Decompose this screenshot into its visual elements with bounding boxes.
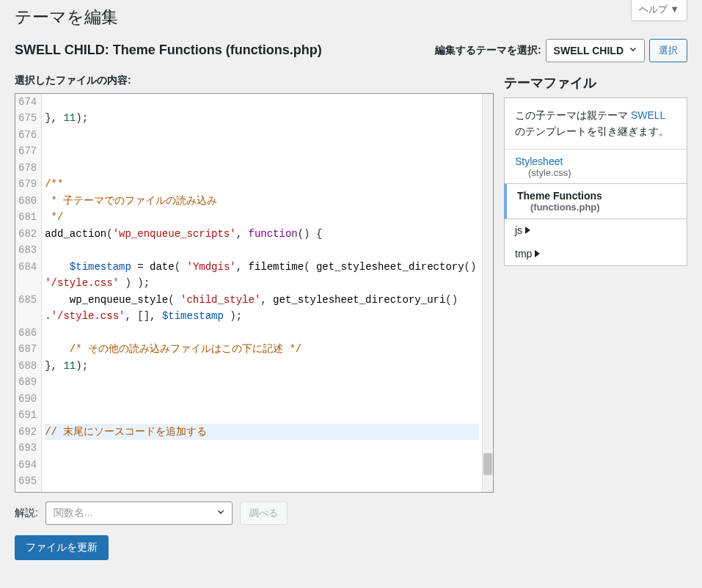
code-line[interactable]: wp_enqueue_style( 'child_style', get_sty… [45, 292, 479, 309]
select-button[interactable]: 選択 [649, 39, 687, 62]
code-line[interactable] [45, 127, 479, 144]
parent-theme-note: この子テーマは親テーマ SWELL のテンプレートを引き継ぎます。 [505, 98, 687, 150]
code-line[interactable] [45, 143, 479, 160]
page-title: テーマを編集 [15, 0, 687, 32]
code-line[interactable] [45, 242, 479, 259]
content-label: 選択したファイルの内容: [15, 74, 494, 87]
code-editor[interactable]: 674675676677678679680681682683684 685 68… [15, 93, 494, 493]
theme-select-label: 編集するテーマを選択: [435, 44, 541, 57]
help-tab[interactable]: ヘルプ ▼ [631, 0, 687, 21]
code-line[interactable]: * 子テーマでのファイルの読み込み [45, 193, 479, 210]
folder-item-js[interactable]: js [505, 218, 687, 242]
lookup-button: 調べる [240, 501, 288, 525]
parent-theme-link[interactable]: SWELL [631, 109, 665, 121]
code-line[interactable]: }, 11); [45, 358, 479, 375]
doc-placeholder: 関数名... [54, 507, 93, 520]
theme-select[interactable]: SWELL CHILD [546, 39, 645, 62]
file-item-label: Theme Functions [517, 190, 602, 202]
code-line[interactable]: // 末尾にソースコードを追加する [45, 424, 479, 441]
code-line[interactable] [45, 94, 479, 111]
scrollbar-thumb[interactable] [483, 453, 492, 475]
code-line[interactable]: '/style.css' ) ); [45, 275, 479, 292]
code-line[interactable] [45, 457, 479, 474]
theme-selected-value: SWELL CHILD [554, 45, 624, 56]
file-item-functions-php[interactable]: Theme Functions(functions.php) [504, 183, 687, 219]
folder-item-tmp[interactable]: tmp [505, 242, 687, 265]
code-line[interactable] [45, 407, 479, 424]
file-item-style-css[interactable]: Stylesheet(style.css) [505, 150, 687, 184]
code-line[interactable]: $timestamp = date( 'Ymdgis', filemtime( … [45, 259, 479, 276]
doc-label: 解説: [15, 507, 38, 520]
code-line[interactable] [45, 391, 479, 408]
triangle-right-icon [525, 227, 530, 234]
update-file-button[interactable]: ファイルを更新 [15, 535, 109, 560]
triangle-right-icon [535, 250, 540, 257]
folder-label: tmp [515, 248, 532, 260]
line-gutter: 674675676677678679680681682683684 685 68… [15, 94, 42, 492]
code-line[interactable]: /* その他の読み込みファイルはこの下に記述 */ [45, 341, 479, 358]
file-tree: この子テーマは親テーマ SWELL のテンプレートを引き継ぎます。 Styles… [504, 98, 687, 266]
code-line[interactable]: */ [45, 209, 479, 226]
code-line[interactable]: }, 11); [45, 110, 479, 127]
code-line[interactable]: add_action('wp_enqueue_scripts', functio… [45, 226, 479, 243]
folder-label: js [515, 224, 522, 236]
doc-select[interactable]: 関数名... [45, 501, 233, 525]
scrollbar[interactable] [482, 94, 493, 492]
file-item-filename: (functions.php) [517, 202, 676, 213]
code-line[interactable]: .'/style.css', [], $timestamp ); [45, 308, 479, 325]
chevron-down-icon [216, 507, 226, 519]
code-line[interactable]: /** [45, 176, 479, 193]
file-item-label: Stylesheet [515, 155, 563, 167]
chevron-down-icon [628, 44, 638, 56]
code-line[interactable] [45, 325, 479, 342]
sidebar-title: テーマファイル [504, 74, 687, 92]
code-line[interactable] [45, 374, 479, 391]
code-line[interactable] [45, 440, 479, 457]
code-area[interactable]: }, 11); /** * 子テーマでのファイルの読み込み */add_acti… [42, 94, 482, 492]
file-heading: SWELL CHILD: Theme Functions (functions.… [15, 43, 322, 58]
code-line[interactable] [45, 473, 479, 490]
code-line[interactable] [45, 160, 479, 177]
file-item-filename: (style.css) [515, 167, 676, 178]
